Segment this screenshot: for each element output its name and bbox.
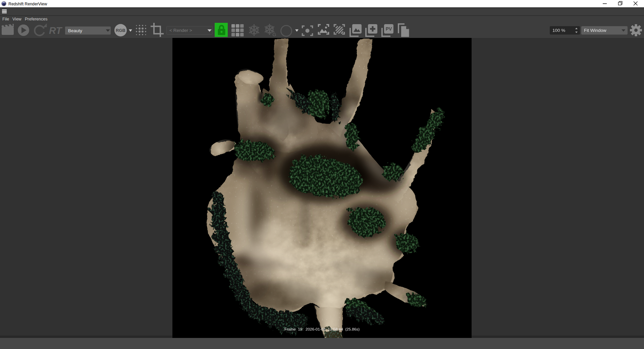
svg-text:< Render >: < Render > [169, 28, 192, 33]
svg-text:Fit Window: Fit Window [584, 28, 606, 33]
svg-text:G: G [272, 32, 276, 37]
svg-text:RGB: RGB [116, 28, 125, 33]
svg-text:PV: PV [386, 26, 392, 32]
svg-text:Beauty: Beauty [68, 28, 82, 33]
svg-text:100 %: 100 % [552, 28, 565, 33]
svg-text:RT: RT [49, 25, 62, 36]
